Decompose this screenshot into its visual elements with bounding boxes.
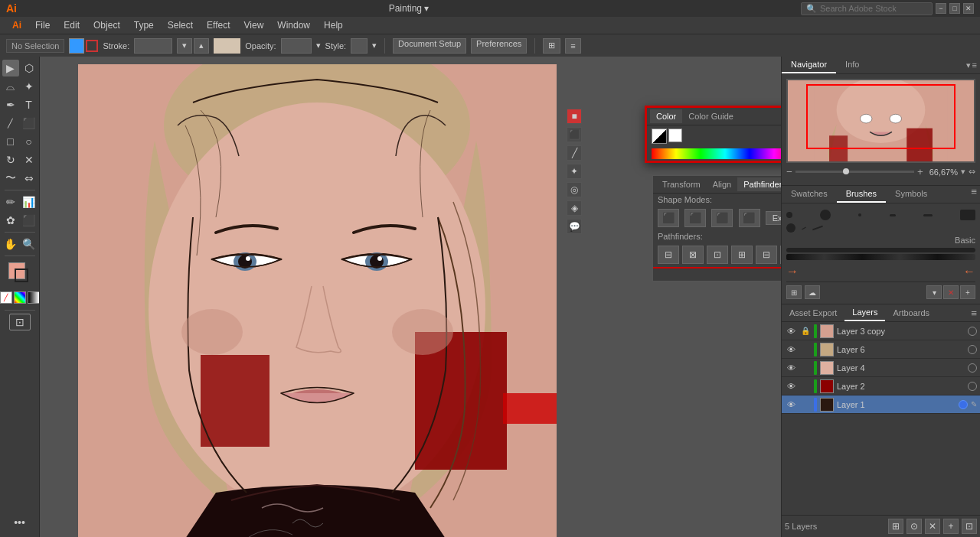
zoom-slider-handle[interactable] [843, 168, 849, 174]
navigator-menu-btn[interactable]: ≡ [972, 60, 977, 70]
brush-dot-3[interactable] [858, 213, 861, 216]
opacity-arrow[interactable]: ▾ [316, 41, 321, 50]
add-layer-btn[interactable]: + [943, 519, 959, 534]
brushes-add-lib-btn[interactable]: ⊞ [786, 285, 802, 299]
crop-btn[interactable]: ⊞ [731, 246, 753, 264]
intersect-btn[interactable]: ⬛ [711, 209, 733, 227]
appearance-icon[interactable]: ◈ [567, 200, 582, 216]
brush-dot-4[interactable] [786, 223, 795, 233]
more-tools-btn[interactable]: ••• [11, 514, 28, 531]
brushes-menu-btn[interactable]: ≡ [971, 186, 977, 197]
column-graph-tool[interactable]: ⬛ [21, 212, 38, 229]
make-clipping-btn[interactable]: ⊞ [888, 519, 903, 534]
zoom-in-btn[interactable]: + [917, 166, 923, 177]
brush-line-2[interactable] [923, 214, 933, 216]
unite-btn[interactable]: ⬛ [658, 209, 679, 227]
minus-front-btn[interactable]: ⬛ [684, 209, 706, 227]
color-icon[interactable] [14, 291, 26, 304]
gradient-icon[interactable] [28, 291, 40, 304]
opacity-input[interactable]: 100% [281, 38, 312, 54]
symbol-sprayer[interactable]: ✿ [2, 212, 19, 229]
eyedropper-tool[interactable]: ✏ [2, 194, 19, 210]
brush-wide[interactable] [960, 210, 975, 220]
swatches-icon[interactable]: ⬛ [567, 127, 582, 142]
menu-object[interactable]: Object [87, 18, 126, 32]
layer-lock-3copy[interactable]: 🔒 [800, 326, 811, 337]
stroke-swatch-icon[interactable] [15, 268, 28, 282]
chat-icon[interactable]: 💬 [567, 219, 582, 234]
draw-inside-tool[interactable]: ⊡ [9, 314, 31, 330]
zoom-tool[interactable]: ✋ [2, 236, 19, 252]
trim-btn[interactable]: ⊠ [682, 246, 704, 264]
layer-eye-2[interactable]: 👁 [785, 380, 797, 392]
none-fill-icon[interactable]: ╱ [0, 291, 12, 304]
menu-edit[interactable]: Edit [57, 18, 86, 32]
selection-tool[interactable]: ▶ [2, 60, 19, 76]
menu-window[interactable]: Window [271, 18, 316, 32]
layer-row-1[interactable]: 👁 Layer 1 ✎ [782, 395, 980, 414]
menu-view[interactable]: View [238, 18, 270, 32]
fill-color-swatch[interactable] [69, 38, 84, 54]
brushes-tab[interactable]: Brushes [837, 186, 886, 203]
magic-wand-tool[interactable]: ✦ [21, 78, 38, 95]
default-colors-btn[interactable] [652, 129, 667, 144]
stroke-input[interactable] [134, 38, 172, 54]
align-btn[interactable]: ≡ [565, 38, 580, 54]
info-tab[interactable]: Info [836, 57, 868, 73]
direct-selection-tool[interactable]: ⬡ [21, 60, 38, 76]
warp-tool[interactable]: 〜 [2, 170, 19, 187]
stroke-up-btn[interactable]: ▴ [194, 38, 209, 54]
brush-line-1[interactable] [890, 214, 896, 216]
type-tool[interactable]: T [21, 96, 38, 113]
align-tab[interactable]: Align [707, 177, 737, 191]
brush-tool[interactable]: ╱ [2, 115, 19, 132]
symbols-tab[interactable]: Symbols [886, 186, 936, 203]
expand-btn[interactable]: Expand [766, 211, 781, 225]
pen-tool[interactable]: ✒ [2, 96, 19, 113]
navigator-tab[interactable]: Navigator [782, 57, 836, 73]
brushes-options-btn[interactable]: ▾ [926, 285, 942, 299]
color-guide-tab[interactable]: Color Guide [682, 109, 740, 123]
minimize-btn[interactable]: − [936, 3, 946, 14]
document-setup-btn[interactable]: Document Setup [393, 38, 466, 54]
paintbucket-tool[interactable]: ⬛ [21, 115, 38, 132]
color-panel-icon[interactable]: ■ [567, 109, 582, 124]
color-tab[interactable]: Color [650, 109, 682, 123]
brush-dot-1[interactable] [786, 212, 792, 218]
menu-file[interactable]: File [29, 18, 56, 32]
stroke-color-swatch[interactable] [86, 40, 98, 52]
symbols-icon[interactable]: ✦ [567, 164, 582, 179]
brush-line-3[interactable] [802, 226, 806, 229]
pathfinder-tab[interactable]: Pathfinder [737, 177, 781, 191]
layer-row-2[interactable]: 👁 Layer 2 [782, 377, 980, 395]
layer-eye-6[interactable]: 👁 [785, 343, 797, 356]
search-input[interactable] [820, 4, 927, 13]
new-brush-btn[interactable]: + [960, 285, 975, 299]
rectangle-tool[interactable]: □ [2, 133, 19, 150]
graphic-styles-icon[interactable]: ◎ [567, 182, 582, 197]
delete-layer-btn[interactable]: ✕ [925, 519, 940, 534]
merge-btn[interactable]: ⊡ [707, 246, 728, 264]
arrange-btn[interactable]: ⊞ [543, 38, 560, 54]
brush-dot-2[interactable] [820, 210, 831, 220]
transform-tab[interactable]: Transform [656, 177, 707, 191]
bar-graph-tool[interactable]: 📊 [21, 194, 38, 210]
hand-tool[interactable]: 🔍 [21, 236, 38, 252]
brushes-delete-btn[interactable]: ✕ [943, 285, 959, 299]
width-tool[interactable]: ⇔ [21, 170, 38, 187]
preferences-btn[interactable]: Preferences [471, 38, 527, 54]
menu-effect[interactable]: Effect [201, 18, 236, 32]
menu-type[interactable]: Type [128, 18, 160, 32]
duplicate-layer-btn[interactable]: ⊡ [962, 519, 977, 534]
brushes-cloud-btn[interactable]: ☁ [805, 285, 820, 299]
divide-btn[interactable]: ⊟ [658, 246, 679, 264]
exclude-btn[interactable]: ⬛ [739, 209, 760, 227]
zoom-out-btn[interactable]: − [786, 166, 792, 177]
maximize-btn[interactable]: □ [949, 3, 960, 14]
style-swatch[interactable] [351, 38, 368, 54]
minus-back-btn[interactable]: ⊠ [780, 246, 781, 264]
layers-tab[interactable]: Layers [844, 304, 885, 321]
scale-tool[interactable]: ✕ [21, 151, 38, 168]
canvas-content[interactable] [78, 64, 557, 537]
asset-export-tab[interactable]: Asset Export [782, 305, 844, 321]
